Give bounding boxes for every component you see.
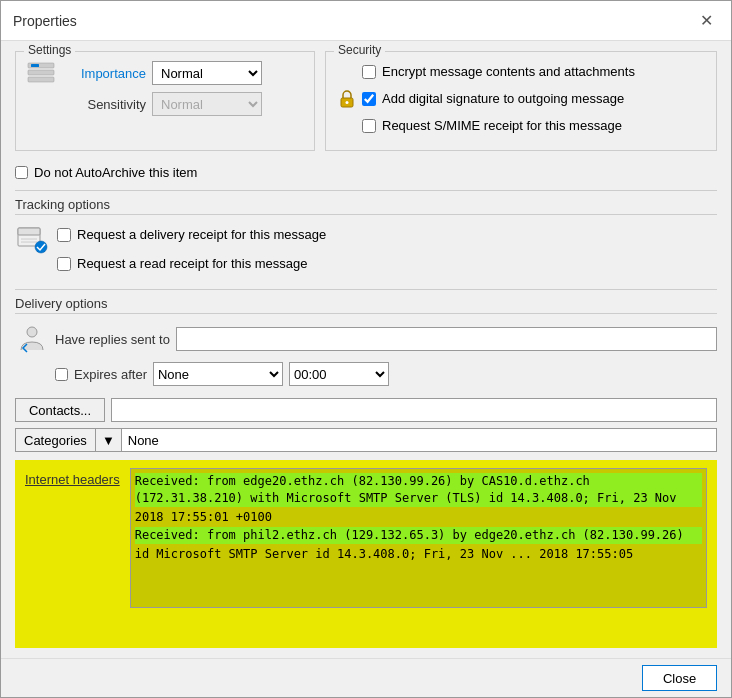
security-section-label: Security (334, 43, 385, 57)
tracking-section: Tracking options Request a delivery rece… (15, 197, 717, 279)
smime-row: Request S/MIME receipt for this message (362, 118, 635, 133)
categories-button[interactable]: Categories (15, 428, 95, 452)
categories-dropdown-button[interactable]: ▼ (95, 428, 122, 452)
settings-icon (26, 60, 56, 86)
svg-rect-3 (31, 64, 39, 67)
title-bar: Properties ✕ (1, 1, 731, 41)
security-icon-row: Encrypt message contents and attachments… (336, 60, 706, 137)
close-x-button[interactable]: ✕ (694, 9, 719, 32)
security-checks: Encrypt message contents and attachments… (362, 60, 635, 137)
svg-point-10 (35, 241, 47, 253)
tracking-icon (15, 223, 49, 257)
lock-icon (336, 88, 358, 110)
delivery-inner: Have replies sent to Expires after None … (15, 318, 717, 390)
delivery-receipt-row: Request a delivery receipt for this mess… (57, 227, 326, 242)
svg-point-11 (27, 327, 37, 337)
tracking-section-label: Tracking options (15, 197, 717, 215)
read-receipt-row: Request a read receipt for this message (57, 256, 326, 271)
security-section: Security Encrypt message contents and at… (325, 51, 717, 151)
svg-rect-2 (28, 77, 54, 82)
contacts-row: Contacts... (15, 398, 717, 422)
digital-sig-row: Add digital signature to outgoing messag… (362, 91, 635, 106)
dialog-title: Properties (13, 13, 77, 29)
expires-time-select[interactable]: 00:00 (289, 362, 389, 386)
close-dialog-button[interactable]: Close (642, 665, 717, 691)
sensitivity-row: Sensitivity Normal Personal Private Conf… (26, 92, 304, 116)
header-line-2: 2018 17:55:01 +0100 (135, 509, 702, 526)
encrypt-checkbox[interactable] (362, 65, 376, 79)
svg-point-5 (346, 101, 349, 104)
divider-1 (15, 190, 717, 191)
contacts-input[interactable] (111, 398, 717, 422)
read-receipt-checkbox[interactable] (57, 257, 71, 271)
settings-section-label: Settings (24, 43, 75, 57)
header-line-4: id Microsoft SMTP Server id 14.3.408.0; … (135, 546, 702, 563)
delivery-receipt-checkbox[interactable] (57, 228, 71, 242)
settings-section: Settings Importance Normal Low High (15, 51, 315, 151)
smime-checkbox[interactable] (362, 119, 376, 133)
sensitivity-dropdown[interactable]: Normal Personal Private Confidential (152, 92, 262, 116)
encrypt-label: Encrypt message contents and attachments (382, 64, 635, 79)
tracking-inner: Request a delivery receipt for this mess… (15, 219, 717, 279)
importance-dropdown[interactable]: Normal Low High (152, 61, 262, 85)
autoarchive-row: Do not AutoArchive this item (15, 165, 717, 180)
header-line-3: Received: from phil2.ethz.ch (129.132.65… (135, 527, 702, 544)
header-line-1: Received: from edge20.ethz.ch (82.130.99… (135, 473, 702, 507)
autoarchive-label: Do not AutoArchive this item (34, 165, 197, 180)
categories-value: None (122, 428, 717, 452)
replies-label: Have replies sent to (55, 332, 170, 347)
read-receipt-label: Request a read receipt for this message (77, 256, 308, 271)
expires-label: Expires after (74, 367, 147, 382)
divider-2 (15, 289, 717, 290)
delivery-section: Delivery options Have replies sent to Ex… (15, 296, 717, 390)
expires-date-select[interactable]: None (153, 362, 283, 386)
replies-row: Have replies sent to (15, 322, 717, 356)
smime-label: Request S/MIME receipt for this message (382, 118, 622, 133)
categories-row: Categories ▼ None (15, 428, 717, 452)
tracking-checks: Request a delivery receipt for this mess… (57, 223, 326, 275)
delivery-icon (15, 322, 49, 356)
encrypt-row: Encrypt message contents and attachments (362, 64, 635, 79)
svg-rect-7 (18, 228, 40, 235)
bottom-bar: Close (1, 658, 731, 697)
digital-sig-label: Add digital signature to outgoing messag… (382, 91, 624, 106)
top-sections: Settings Importance Normal Low High (15, 51, 717, 151)
delivery-section-label: Delivery options (15, 296, 717, 314)
expires-checkbox[interactable] (55, 368, 68, 381)
digital-sig-checkbox[interactable] (362, 92, 376, 106)
internet-headers-label: Internet headers (25, 468, 120, 640)
autoarchive-checkbox[interactable] (15, 166, 28, 179)
contacts-button[interactable]: Contacts... (15, 398, 105, 422)
dialog-content: Settings Importance Normal Low High (1, 41, 731, 658)
internet-headers-content[interactable]: Received: from edge20.ethz.ch (82.130.99… (130, 468, 707, 608)
delivery-receipt-label: Request a delivery receipt for this mess… (77, 227, 326, 242)
svg-rect-1 (28, 70, 54, 75)
sensitivity-label: Sensitivity (66, 97, 146, 112)
importance-row: Importance Normal Low High (26, 60, 304, 86)
replies-input[interactable] (176, 327, 717, 351)
properties-dialog: Properties ✕ Settings Importance (0, 0, 732, 698)
internet-headers-section: Internet headers Received: from edge20.e… (15, 460, 717, 648)
importance-label: Importance (66, 66, 146, 81)
expires-row: Expires after None 00:00 (55, 362, 717, 386)
